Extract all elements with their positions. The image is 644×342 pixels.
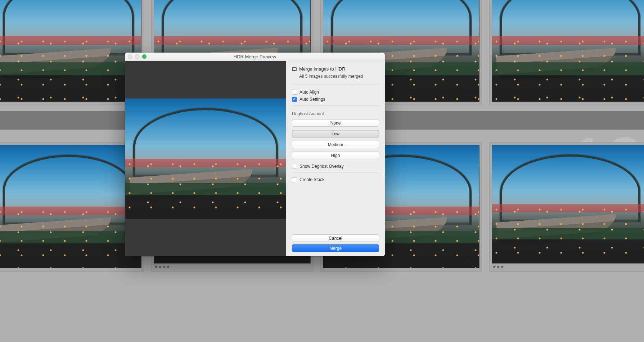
deghost-none-button[interactable]: None (292, 119, 379, 127)
thumbnail-cell[interactable] (0, 142, 144, 272)
divider (292, 85, 379, 85)
show-deghost-overlay-row[interactable]: Show Deghost Overlay (292, 164, 379, 169)
window-zoom-button[interactable] (142, 54, 147, 59)
hdr-preview-image (125, 98, 286, 220)
merge-header-title: Merge images to HDR (299, 66, 346, 72)
hdr-icon (292, 67, 297, 71)
rating-stars (0, 268, 141, 269)
thumbnail-cell[interactable]: ★★★ (489, 142, 644, 272)
preview-pane[interactable] (125, 61, 286, 256)
photo-thumbnail (0, 145, 141, 268)
show-deghost-overlay-checkbox[interactable] (292, 164, 297, 169)
auto-settings-row[interactable]: Auto Settings (292, 97, 379, 102)
create-stack-checkbox[interactable] (292, 177, 297, 182)
rating-stars: ★★★★ (154, 264, 311, 269)
cancel-button[interactable]: Cancel (292, 234, 379, 242)
divider (292, 172, 379, 172)
merge-header-subtitle: All 5 images successfully merged (292, 74, 379, 79)
hdr-merge-preview-dialog: HDR Merge Preview Merge images to HDR Al… (125, 53, 385, 256)
thumbnail-cell[interactable] (0, 0, 144, 104)
auto-settings-label: Auto Settings (300, 97, 325, 102)
merge-button[interactable]: Merge (292, 244, 379, 252)
rating-stars: ★★★ (492, 264, 644, 269)
dialog-body: Merge images to HDR All 5 images success… (125, 61, 385, 256)
window-close-button[interactable] (128, 54, 132, 59)
photo-thumbnail (492, 145, 644, 264)
create-stack-label: Create Stack (300, 177, 324, 182)
thumbnail-cell[interactable] (489, 0, 644, 104)
auto-align-row[interactable]: Auto Align (292, 90, 379, 95)
deghost-section-label: Deghost Amount (292, 111, 379, 116)
divider (292, 105, 379, 105)
rating-stars (323, 268, 480, 269)
auto-align-label: Auto Align (300, 90, 319, 95)
photo-thumbnail (0, 0, 141, 102)
deghost-low-button[interactable]: Low (292, 130, 379, 138)
show-deghost-overlay-label: Show Deghost Overlay (300, 164, 344, 169)
options-panel: Merge images to HDR All 5 images success… (286, 61, 385, 256)
dialog-titlebar[interactable]: HDR Merge Preview (125, 53, 385, 61)
deghost-high-button[interactable]: High (292, 152, 379, 159)
auto-align-checkbox[interactable] (292, 90, 297, 95)
window-minimize-button[interactable] (135, 54, 139, 59)
window-controls (128, 54, 147, 59)
deghost-medium-button[interactable]: Medium (292, 141, 379, 148)
auto-settings-checkbox[interactable] (292, 97, 297, 102)
dialog-title: HDR Merge Preview (125, 54, 385, 59)
photo-thumbnail (492, 0, 644, 102)
create-stack-row[interactable]: Create Stack (292, 177, 379, 182)
